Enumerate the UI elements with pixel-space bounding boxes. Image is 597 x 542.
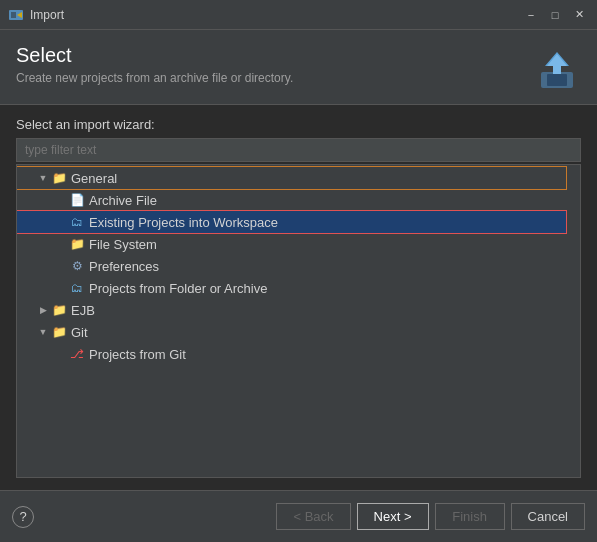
window-icon xyxy=(8,7,24,23)
folder-icon-general: 📁 xyxy=(51,170,67,186)
tree-item-projects-from-git[interactable]: ⎇ Projects from Git xyxy=(17,343,566,365)
back-button[interactable]: < Back xyxy=(276,503,350,530)
maximize-button[interactable]: □ xyxy=(545,5,565,25)
page-title: Select xyxy=(16,44,293,67)
arrow-git xyxy=(37,326,49,338)
project-icon-existing: 🗂 xyxy=(69,214,85,230)
import-wizard-icon xyxy=(533,44,581,92)
tree-label-existing-projects: Existing Projects into Workspace xyxy=(89,215,278,230)
tree-item-git[interactable]: 📁 Git xyxy=(17,321,566,343)
git-icon: ⎇ xyxy=(69,346,85,362)
arrow-ejb xyxy=(37,304,49,316)
tree-item-file-system[interactable]: 📁 File System xyxy=(17,233,566,255)
tree-item-archive-file[interactable]: 📄 Archive File xyxy=(17,189,566,211)
tree-item-projects-folder[interactable]: 🗂 Projects from Folder or Archive xyxy=(17,277,566,299)
page-subtitle: Create new projects from an archive file… xyxy=(16,71,293,85)
close-button[interactable]: ✕ xyxy=(569,5,589,25)
arrow-general xyxy=(37,172,49,184)
footer-left: ? xyxy=(12,506,34,528)
tree-item-preferences[interactable]: ⚙ Preferences xyxy=(17,255,566,277)
filter-input[interactable] xyxy=(16,138,581,162)
tree-label-file-system: File System xyxy=(89,237,157,252)
help-button[interactable]: ? xyxy=(12,506,34,528)
folder-icon-filesystem: 📁 xyxy=(69,236,85,252)
svg-marker-6 xyxy=(547,54,567,74)
next-button[interactable]: Next > xyxy=(357,503,429,530)
tree-container: 📁 General 📄 Archive File 🗂 Existing Proj… xyxy=(16,164,581,478)
tree-item-ejb[interactable]: 📁 EJB xyxy=(17,299,566,321)
tree-item-existing-projects[interactable]: 🗂 Existing Projects into Workspace xyxy=(17,211,566,233)
dialog-footer: ? < Back Next > Finish Cancel xyxy=(0,490,597,542)
tree-label-preferences: Preferences xyxy=(89,259,159,274)
tree-label-archive-file: Archive File xyxy=(89,193,157,208)
tree-item-general[interactable]: 📁 General xyxy=(17,167,566,189)
tree-label-projects-from-git: Projects from Git xyxy=(89,347,186,362)
tree-label-git: Git xyxy=(71,325,88,340)
footer-buttons: < Back Next > Finish Cancel xyxy=(276,503,585,530)
section-label: Select an import wizard: xyxy=(16,117,581,132)
title-bar: Import − □ ✕ xyxy=(0,0,597,30)
svg-rect-1 xyxy=(11,12,16,18)
header-text-block: Select Create new projects from an archi… xyxy=(16,44,293,85)
content-area: Select an import wizard: 📁 General 📄 Arc… xyxy=(0,105,597,490)
svg-rect-4 xyxy=(547,74,567,86)
pref-icon: ⚙ xyxy=(69,258,85,274)
tree-scroll-area[interactable]: 📁 General 📄 Archive File 🗂 Existing Proj… xyxy=(17,165,580,477)
tree-label-ejb: EJB xyxy=(71,303,95,318)
minimize-button[interactable]: − xyxy=(521,5,541,25)
dialog-header: Select Create new projects from an archi… xyxy=(0,30,597,105)
cancel-button[interactable]: Cancel xyxy=(511,503,585,530)
archive-icon: 📄 xyxy=(69,192,85,208)
folder-icon-ejb: 📁 xyxy=(51,302,67,318)
finish-button[interactable]: Finish xyxy=(435,503,505,530)
project-icon-folder: 🗂 xyxy=(69,280,85,296)
window-controls: − □ ✕ xyxy=(521,5,589,25)
folder-icon-git: 📁 xyxy=(51,324,67,340)
tree-label-projects-folder: Projects from Folder or Archive xyxy=(89,281,267,296)
tree-label-general: General xyxy=(71,171,117,186)
window-title: Import xyxy=(30,8,521,22)
